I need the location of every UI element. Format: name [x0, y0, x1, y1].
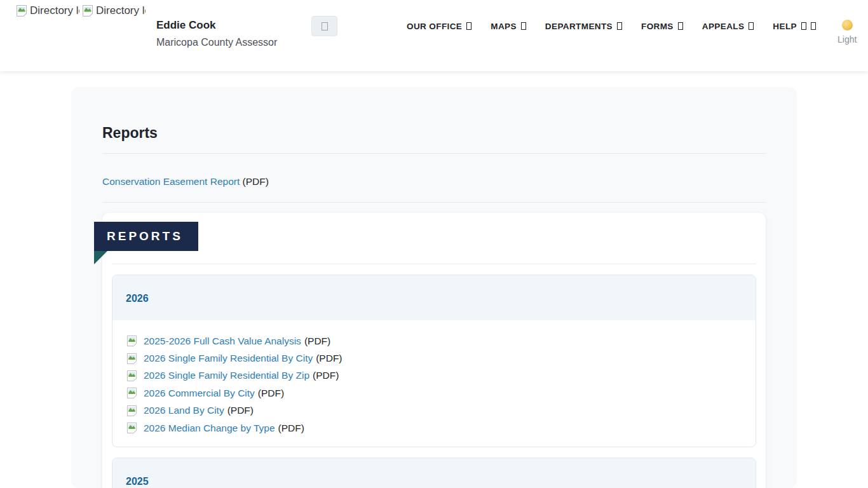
pdf-suffix: (PDF) [313, 370, 339, 381]
logo-alt-text: Directory logo [30, 4, 79, 17]
year-section-2026: 2026 2025-2026 Full Cash Value Analysis … [112, 274, 756, 447]
list-item: 2026 Land By City (PDF) [126, 402, 742, 419]
nav-label: APPEALS [702, 22, 745, 31]
header-logo-link[interactable]: Directory logo [15, 3, 79, 18]
nav-item-forms[interactable]: FORMS [641, 22, 683, 31]
broken-image-icon [126, 353, 138, 365]
search-button[interactable] [311, 16, 337, 36]
report-link[interactable]: 2026 Median Change by Type [144, 423, 275, 434]
nav-label: HELP [773, 22, 797, 31]
search-icon [322, 22, 328, 30]
reports-ribbon: REPORTS [94, 222, 198, 251]
ribbon-fold [94, 251, 107, 264]
main-nav: OUR OFFICE MAPS DEPARTMENTS FORMS APPEAL… [407, 22, 816, 31]
nav-label: DEPARTMENTS [545, 22, 613, 31]
report-link[interactable]: 2026 Land By City [144, 405, 224, 416]
assessor-title: Maricopa County Assessor [156, 37, 277, 48]
pdf-suffix: (PDF) [258, 388, 284, 399]
assessor-name: Eddie Cook [156, 19, 277, 32]
broken-image-icon [126, 405, 138, 417]
chevron-down-icon [466, 22, 471, 30]
list-item: 2026 Median Change by Type (PDF) [126, 419, 742, 437]
pdf-suffix: (PDF) [243, 176, 269, 187]
nav-label: FORMS [641, 22, 674, 31]
pdf-suffix: (PDF) [227, 405, 254, 416]
conservation-easement-report-link[interactable]: Conservation Easement Report [102, 176, 240, 187]
site-header: Directory logo Directory logo Eddie Cook… [0, 0, 868, 71]
list-item: 2026 Commercial By City (PDF) [126, 384, 742, 402]
divider [112, 264, 756, 264]
chevron-down-icon [521, 22, 526, 30]
sun-icon [842, 20, 853, 30]
broken-image-icon [126, 422, 138, 434]
report-link[interactable]: 2026 Single Family Residential By Zip [144, 370, 309, 381]
broken-image-icon [126, 370, 138, 382]
year-section-header: 2026 [112, 275, 756, 320]
intro-line: Conservation Easement Report (PDF) [102, 176, 766, 187]
nav-item-help[interactable]: HELP [773, 22, 816, 31]
theme-toggle-label: Light [837, 34, 857, 44]
nav-label: OUR OFFICE [407, 22, 462, 31]
broken-image-icon [81, 4, 94, 17]
broken-image-icon [126, 387, 138, 399]
chevron-down-icon [678, 22, 683, 30]
year-label: 2026 [126, 293, 149, 304]
header-logo-link[interactable]: Directory logo [81, 3, 146, 18]
report-link[interactable]: 2026 Commercial By City [144, 388, 255, 399]
reports-card: REPORTS 2026 2025-2026 Full Cash Value A… [102, 213, 766, 488]
year-label: 2025 [126, 476, 149, 487]
report-link[interactable]: 2025-2026 Full Cash Value Analysis [144, 336, 301, 347]
divider [102, 153, 766, 154]
help-icon [801, 22, 806, 30]
page-title: Reports [102, 125, 766, 142]
assessor-identity: Eddie Cook Maricopa County Assessor [156, 19, 277, 48]
nav-item-departments[interactable]: DEPARTMENTS [545, 22, 622, 31]
chevron-down-icon [617, 22, 622, 30]
main-content: Reports Conservation Easement Report (PD… [71, 87, 797, 488]
list-item: 2026 Single Family Residential By Zip (P… [126, 367, 742, 384]
pdf-suffix: (PDF) [316, 353, 342, 364]
pdf-suffix: (PDF) [304, 336, 330, 347]
nav-label: MAPS [491, 22, 517, 31]
logo-alt-text: Directory logo [96, 4, 146, 17]
theme-toggle[interactable]: Light [837, 20, 857, 44]
year-section-header: 2025 [112, 458, 756, 488]
nav-item-maps[interactable]: MAPS [491, 22, 526, 31]
broken-image-icon [126, 335, 138, 347]
nav-item-appeals[interactable]: APPEALS [702, 22, 754, 31]
report-link[interactable]: 2026 Single Family Residential By City [144, 353, 313, 364]
broken-image-icon [15, 4, 28, 17]
chevron-down-icon [811, 22, 816, 30]
report-list: 2025-2026 Full Cash Value Analysis (PDF)… [112, 320, 756, 447]
chevron-down-icon [749, 22, 754, 30]
list-item: 2026 Single Family Residential By City (… [126, 349, 742, 367]
year-section-2025: 2025 [112, 458, 756, 488]
list-item: 2025-2026 Full Cash Value Analysis (PDF) [126, 332, 742, 349]
pdf-suffix: (PDF) [278, 423, 304, 434]
nav-item-our-office[interactable]: OUR OFFICE [407, 22, 471, 31]
divider [102, 202, 766, 203]
